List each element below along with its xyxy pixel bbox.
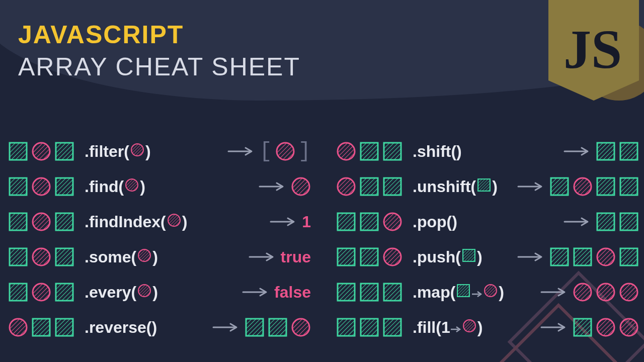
input-array bbox=[8, 282, 85, 302]
svg-rect-28 bbox=[56, 284, 73, 301]
svg-point-50 bbox=[574, 178, 591, 195]
output: [ ] bbox=[260, 141, 311, 162]
method-row: .reverse() bbox=[8, 317, 311, 338]
svg-rect-18 bbox=[56, 213, 73, 230]
circle-icon bbox=[484, 284, 498, 298]
header: JAVASCRIPT ARRAY CHEAT SHEET bbox=[0, 0, 644, 81]
arrow-icon bbox=[225, 146, 256, 156]
square-icon bbox=[549, 176, 570, 197]
svg-point-15 bbox=[292, 178, 309, 195]
input-array bbox=[8, 176, 85, 197]
square-icon bbox=[54, 282, 74, 302]
square-icon bbox=[54, 247, 74, 267]
svg-point-13 bbox=[126, 179, 138, 191]
small-arrow-icon bbox=[471, 283, 482, 302]
method-row: .pop() bbox=[336, 211, 639, 232]
arrow-icon bbox=[515, 182, 545, 192]
square-icon bbox=[268, 317, 288, 337]
js-logo-text: JS bbox=[564, 20, 622, 75]
output-text: false bbox=[274, 283, 311, 302]
input-array bbox=[8, 317, 85, 337]
square-icon bbox=[8, 282, 28, 302]
square-icon bbox=[619, 176, 639, 197]
arrow-icon bbox=[257, 182, 287, 192]
svg-point-22 bbox=[33, 248, 50, 265]
output: false bbox=[274, 283, 311, 302]
svg-point-76 bbox=[597, 284, 614, 301]
method-row: .every( ) false bbox=[8, 282, 311, 303]
square-icon bbox=[8, 141, 28, 161]
methods-grid: .filter( ) [ ] .find( ) bbox=[8, 141, 639, 338]
square-icon bbox=[336, 212, 356, 232]
svg-point-61 bbox=[384, 248, 401, 265]
svg-rect-35 bbox=[246, 319, 263, 336]
circle-icon bbox=[291, 317, 311, 337]
square-icon bbox=[382, 141, 403, 161]
square-icon bbox=[573, 317, 593, 337]
svg-point-86 bbox=[620, 319, 637, 336]
square-icon bbox=[31, 317, 51, 337]
output bbox=[573, 317, 639, 337]
circle-icon bbox=[336, 141, 356, 161]
input-array bbox=[336, 212, 413, 232]
svg-rect-80 bbox=[384, 319, 401, 336]
svg-point-31 bbox=[10, 319, 27, 336]
square-icon bbox=[54, 141, 74, 161]
method-name: .push( ) bbox=[413, 248, 482, 266]
output bbox=[596, 141, 639, 161]
output-text: 1 bbox=[302, 213, 311, 231]
svg-rect-42 bbox=[597, 143, 614, 160]
svg-point-24 bbox=[138, 249, 150, 261]
svg-rect-12 bbox=[56, 178, 73, 195]
method-name: .filter( ) bbox=[85, 142, 151, 161]
right-column: .shift() .unshift( ) bbox=[336, 141, 639, 338]
svg-point-29 bbox=[138, 285, 150, 297]
method-row: .map( ) bbox=[336, 282, 639, 303]
svg-rect-46 bbox=[384, 178, 401, 195]
method-name: .unshift( ) bbox=[413, 177, 498, 196]
square-icon bbox=[462, 248, 476, 262]
method-row: .filter( ) [ ] bbox=[8, 141, 311, 162]
svg-rect-40 bbox=[384, 143, 401, 160]
circle-icon bbox=[336, 176, 356, 197]
circle-icon bbox=[291, 176, 311, 197]
input-array bbox=[8, 247, 85, 267]
svg-rect-69 bbox=[361, 284, 378, 301]
input-array bbox=[336, 141, 413, 161]
svg-rect-47 bbox=[478, 179, 490, 191]
svg-rect-10 bbox=[10, 178, 27, 195]
svg-rect-57 bbox=[597, 213, 614, 230]
svg-rect-59 bbox=[338, 248, 355, 265]
square-icon bbox=[382, 282, 403, 302]
square-icon bbox=[359, 176, 379, 197]
svg-rect-78 bbox=[338, 319, 355, 336]
svg-point-85 bbox=[597, 319, 614, 336]
svg-point-38 bbox=[338, 143, 355, 160]
square-icon bbox=[336, 317, 356, 337]
method-name: .reverse() bbox=[85, 318, 157, 337]
svg-rect-60 bbox=[361, 248, 378, 265]
circle-icon bbox=[573, 282, 593, 302]
method-name: .some( ) bbox=[85, 248, 158, 266]
method-row: .findIndex( ) 1 bbox=[8, 211, 311, 232]
svg-point-27 bbox=[33, 284, 50, 301]
svg-rect-84 bbox=[574, 319, 591, 336]
circle-icon bbox=[130, 143, 144, 157]
svg-rect-32 bbox=[33, 319, 50, 336]
square-icon bbox=[573, 247, 593, 267]
circle-icon bbox=[167, 213, 181, 227]
arrow-icon bbox=[515, 252, 545, 262]
circle-icon bbox=[382, 247, 403, 267]
method-name: .map( ) bbox=[413, 283, 504, 302]
square-icon bbox=[336, 282, 356, 302]
arrow-icon bbox=[538, 322, 569, 332]
square-icon bbox=[359, 141, 379, 161]
svg-point-44 bbox=[338, 178, 355, 195]
arrow-icon bbox=[561, 217, 592, 227]
bracket-close: ] bbox=[298, 141, 311, 162]
method-row: .shift() bbox=[336, 141, 639, 162]
square-icon bbox=[619, 212, 639, 232]
input-array bbox=[8, 141, 85, 161]
arrow-icon bbox=[210, 322, 240, 332]
svg-rect-53 bbox=[338, 213, 355, 230]
